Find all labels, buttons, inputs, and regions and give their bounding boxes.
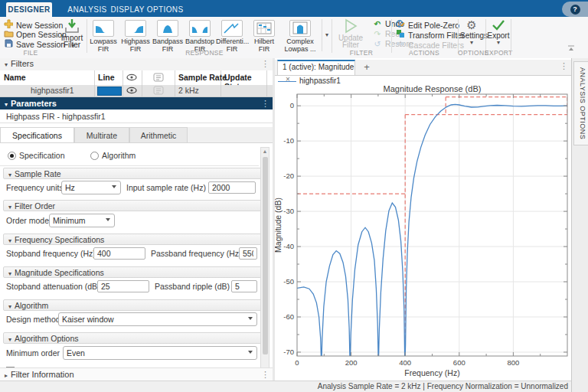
scroll-thumb[interactable] — [263, 157, 268, 354]
edit-pole-zero-button[interactable]: Edit Pole-Zero — [395, 19, 459, 29]
menu-dots-icon[interactable]: ⋮ — [261, 368, 270, 381]
radio-selected-icon — [8, 152, 16, 160]
hilbert-fir-button[interactable]: Hilbert FIR — [248, 18, 280, 51]
line-color-swatch[interactable] — [97, 87, 122, 96]
divider — [511, 19, 511, 53]
tab-display-options[interactable]: DISPLAY OPTIONS — [110, 2, 184, 17]
tab-analysis[interactable]: ANALYSIS — [64, 2, 110, 17]
legend-line-sample — [278, 81, 296, 82]
stopband-frequency-field[interactable] — [93, 247, 145, 260]
redo-icon: ↷ — [372, 29, 383, 39]
complex-lowpass-fir-button[interactable]: ComplexLowpas ... — [280, 18, 320, 51]
lowpass-fir-button[interactable]: LowpassFIR — [87, 18, 119, 51]
tabbar-menu-dots-icon[interactable]: ⋮ — [560, 61, 568, 71]
sample-rate-section-header[interactable]: ▾Sample Rate — [3, 168, 263, 179]
tab-multirate[interactable]: Multirate — [74, 127, 129, 143]
radio-specification[interactable]: Specification — [8, 149, 65, 162]
question-icon: ? — [570, 5, 580, 15]
algorithm-options-section-header[interactable]: ▾Algorithm Options — [3, 332, 263, 344]
response-section-label: RESPONSE — [86, 49, 323, 57]
magnitude-doc-tab[interactable]: 1 (active): Magnitude × — [277, 60, 355, 75]
magnitude-specifications-section-header[interactable]: ▾Magnitude Specifications — [3, 266, 263, 278]
row-legend-icon[interactable] — [153, 86, 164, 96]
filter-order-section-header[interactable]: ▾Filter Order — [3, 200, 263, 211]
svg-text:400: 400 — [399, 358, 411, 367]
passband-ripple-field[interactable] — [231, 280, 257, 292]
file-section-label: FILE — [8, 49, 54, 57]
analysis-options-tab[interactable]: ANALYSIS OPTIONS — [573, 61, 588, 145]
design-method-select[interactable]: Kaiser window — [58, 312, 257, 326]
close-tab-icon[interactable]: × — [286, 75, 290, 83]
frequency-units-label: Frequency units — [6, 181, 64, 194]
scroll-up-icon[interactable]: ▲ — [261, 148, 269, 155]
filter-name[interactable]: highpassfir1 — [31, 86, 74, 95]
parameters-panel-header[interactable]: ▾Parameters ⋮ — [0, 97, 274, 109]
bandpass-fir-button[interactable]: BandpassFIR — [152, 18, 184, 51]
add-tab-button[interactable]: + — [361, 61, 373, 74]
svg-text:200: 200 — [345, 358, 358, 367]
settings-button[interactable]: ⚙ Settings ▾ — [460, 18, 483, 45]
svg-text:-60: -60 — [283, 312, 294, 321]
frequency-units-select[interactable]: Hz — [61, 181, 121, 194]
save-icon — [3, 39, 14, 50]
hilbert-icon — [253, 20, 275, 37]
lowpass-icon — [93, 20, 114, 37]
update-filter-button[interactable]: UpdateFilter — [334, 18, 368, 48]
stopband-frequency-label: Stopband frequency (Hz) — [6, 247, 96, 260]
svg-text:600: 600 — [453, 358, 466, 367]
input-sample-rate-field[interactable] — [208, 181, 256, 194]
algorithm-section-header[interactable]: ▾Algorithm — [3, 299, 263, 311]
gallery-dropdown-icon: ▾ — [325, 31, 328, 38]
legend-label[interactable]: highpassfir1 — [299, 77, 341, 85]
transform-filter-button[interactable]: Transform Filter — [395, 29, 465, 39]
highpass-fir-button[interactable]: HighpassFIR — [119, 18, 152, 51]
svg-text:-30: -30 — [283, 207, 294, 215]
stopband-attenuation-field[interactable] — [97, 280, 149, 292]
tab-arithmetic[interactable]: Arithmetic — [129, 127, 188, 143]
gallery-expand-button[interactable]: ▾ — [322, 19, 332, 51]
differentiator-icon — [221, 20, 243, 37]
new-session-button[interactable]: New Session — [3, 19, 63, 29]
algorithm-row: Design method Kaiser window — [0, 312, 260, 331]
tab-designer[interactable]: DESIGNER — [6, 2, 52, 17]
highpass-icon — [125, 20, 146, 37]
filter-order-row: Order mode Minimum — [0, 214, 260, 232]
complex-lowpass-icon — [289, 20, 311, 37]
bandpass-icon — [157, 20, 178, 37]
menu-dots-icon[interactable]: ⋮ — [261, 97, 270, 109]
row-sample-rate: 2 kHz — [178, 86, 199, 95]
analysis-options-strip: ANALYSIS OPTIONS — [571, 58, 588, 392]
col-name[interactable]: Name — [4, 73, 26, 82]
differentiator-fir-button[interactable]: Differenti...FIR — [216, 18, 248, 51]
parameters-scrollbar[interactable]: ▲ ▼ — [260, 147, 270, 377]
help-button[interactable]: ? — [562, 2, 588, 17]
export-section-label: EXPORT — [485, 49, 512, 57]
filters-panel-header[interactable]: ▾Filters ⋮ — [0, 58, 274, 71]
minimum-order-select[interactable]: Even — [63, 346, 257, 360]
row-eye-icon[interactable] — [126, 86, 137, 96]
collapse-ribbon-button[interactable] — [567, 44, 576, 52]
sample-rate-row: Frequency units Hz Input sample rate (Hz… — [0, 181, 260, 199]
col-line[interactable]: Line — [98, 73, 115, 82]
radio-algorithm[interactable]: Algorithm — [90, 149, 136, 162]
tab-specifications[interactable]: Specifications — [0, 127, 74, 143]
import-filter-button[interactable]: ImportFilter — [58, 18, 86, 48]
panel-splitter[interactable] — [273, 58, 275, 381]
col-sample-rate[interactable]: Sample Rate — [178, 73, 227, 82]
bandstop-fir-button[interactable]: BandstopFIR — [184, 18, 216, 51]
open-session-button[interactable]: Open Session — [3, 29, 67, 39]
minimum-order-row: Minimum order Even — [0, 346, 260, 364]
order-mode-select[interactable]: Minimum — [49, 214, 115, 227]
order-mode-label: Order mode — [6, 214, 49, 227]
menu-dots-icon[interactable]: ⋮ — [261, 58, 270, 70]
options-section-label: OPTIONS — [458, 49, 485, 57]
cascade-filters-button[interactable]: Cascade Filters — [395, 39, 464, 49]
export-button[interactable]: Export ▾ — [487, 18, 510, 45]
check-icon — [487, 18, 510, 32]
filter-table-row[interactable]: highpassfir1 2 kHz — [0, 85, 274, 97]
legend-column-icon[interactable] — [153, 73, 164, 83]
magnitude-response-chart[interactable]: 02004006008000-10-20-30-40-50-60-70Magni… — [275, 86, 571, 381]
passband-frequency-field[interactable] — [239, 247, 257, 260]
visibility-eye-icon[interactable] — [126, 73, 137, 83]
frequency-specifications-section-header[interactable]: ▾Frequency Specifications — [3, 234, 263, 245]
